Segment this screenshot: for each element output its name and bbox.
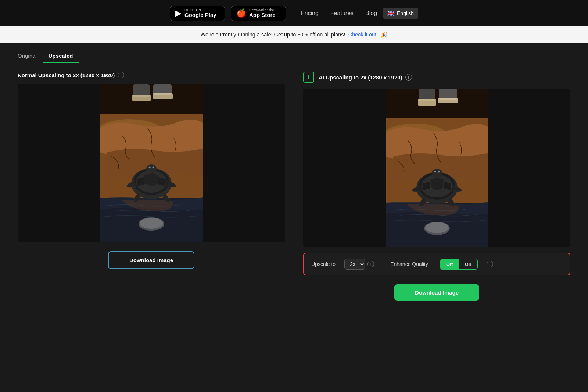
tab-original[interactable]: Original bbox=[12, 50, 43, 63]
pricing-link[interactable]: Pricing bbox=[301, 10, 319, 17]
normal-upscaling-info-icon[interactable]: i bbox=[118, 72, 124, 78]
google-play-name: Google Play bbox=[184, 12, 216, 18]
app-store-button[interactable]: 🍎 Download on the App Store bbox=[231, 6, 286, 21]
top-navigation: ▶ GET IT ON Google Play 🍎 Download on th… bbox=[0, 0, 588, 26]
svg-point-33 bbox=[425, 222, 449, 233]
ai-download-button[interactable]: Download Image bbox=[394, 284, 479, 301]
panel-divider bbox=[294, 72, 294, 301]
normal-image-box bbox=[18, 84, 285, 242]
tabs-row: Original Upscaled bbox=[0, 43, 588, 63]
right-panel: ⬆ AI Upscaling to 2x (1280 x 1920) i bbox=[297, 72, 576, 301]
svg-point-14 bbox=[152, 167, 154, 168]
sale-emoji: 🎉 bbox=[381, 32, 387, 38]
svg-rect-23 bbox=[418, 99, 436, 106]
upscale-to-info-icon[interactable]: i bbox=[368, 261, 374, 267]
apple-icon: 🍎 bbox=[236, 8, 246, 18]
normal-turtle-image bbox=[100, 84, 203, 242]
enhance-on-button[interactable]: On bbox=[459, 259, 477, 269]
svg-point-13 bbox=[148, 167, 150, 168]
blog-link[interactable]: Blog bbox=[365, 10, 377, 17]
upscale-to-label: Upscale to bbox=[311, 261, 336, 267]
enhance-off-button[interactable]: Off bbox=[440, 259, 459, 269]
svg-point-29 bbox=[432, 169, 442, 178]
flag-icon: 🇬🇧 bbox=[387, 10, 395, 17]
scale-select-wrapper: 2x 4x 8x i bbox=[344, 259, 374, 270]
sale-banner: We're currently running a sale! Get up t… bbox=[0, 26, 588, 43]
sale-text: We're currently running a sale! Get up t… bbox=[201, 32, 345, 38]
enhance-quality-toggle: Off On bbox=[440, 259, 478, 270]
right-download-area: Download Image bbox=[303, 284, 570, 301]
ai-image-box bbox=[303, 89, 570, 247]
svg-point-12 bbox=[146, 164, 157, 173]
scale-select[interactable]: 2x 4x 8x bbox=[344, 259, 365, 270]
left-download-area: Download Image bbox=[18, 251, 285, 269]
right-panel-title: ⬆ AI Upscaling to 2x (1280 x 1920) i bbox=[303, 72, 570, 83]
svg-rect-7 bbox=[153, 93, 173, 99]
app-store-name: App Store bbox=[249, 12, 276, 18]
left-panel: Normal Upscaling to 2x (1280 x 1920) i bbox=[12, 72, 291, 301]
sale-link[interactable]: Check it out! bbox=[348, 32, 378, 38]
controls-box: Upscale to 2x 4x 8x i Enhance Quality Of… bbox=[303, 253, 570, 275]
ai-upscale-icon: ⬆ bbox=[303, 72, 314, 83]
left-panel-title: Normal Upscaling to 2x (1280 x 1920) i bbox=[18, 72, 285, 78]
language-label: English bbox=[397, 10, 414, 16]
ai-upscaling-info-icon[interactable]: i bbox=[405, 74, 412, 81]
svg-point-31 bbox=[438, 171, 440, 173]
svg-rect-6 bbox=[132, 95, 151, 101]
svg-rect-24 bbox=[438, 98, 458, 103]
ai-turtle-image bbox=[386, 89, 488, 247]
normal-download-button[interactable]: Download Image bbox=[108, 251, 194, 269]
svg-point-30 bbox=[434, 171, 436, 173]
svg-point-16 bbox=[140, 218, 163, 229]
app-store-get-it-on: Download on the bbox=[249, 8, 276, 12]
features-link[interactable]: Features bbox=[330, 10, 354, 17]
google-play-icon: ▶ bbox=[175, 8, 182, 18]
enhance-quality-label: Enhance Quality bbox=[390, 261, 428, 267]
language-button[interactable]: 🇬🇧 English bbox=[383, 8, 418, 19]
nav-links: Pricing Features Blog bbox=[301, 10, 377, 17]
main-content: Normal Upscaling to 2x (1280 x 1920) i bbox=[0, 63, 588, 310]
tab-upscaled[interactable]: Upscaled bbox=[43, 50, 79, 63]
google-play-get-it-on: GET IT ON bbox=[184, 8, 216, 12]
google-play-button[interactable]: ▶ GET IT ON Google Play bbox=[170, 6, 225, 21]
enhance-quality-info-icon[interactable]: i bbox=[487, 261, 493, 267]
